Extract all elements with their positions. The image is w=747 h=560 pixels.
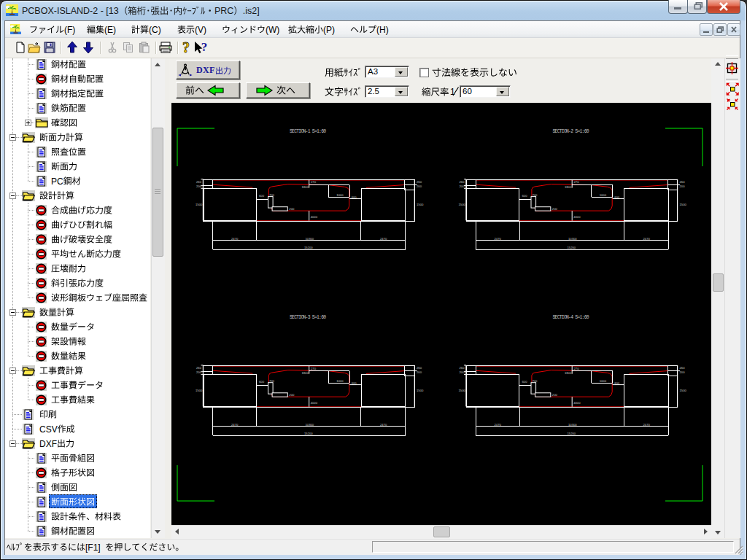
svg-text:?: ? bbox=[201, 40, 208, 54]
svg-text:SECTION-2 S=1:60: SECTION-2 S=1:60 bbox=[553, 129, 589, 134]
svg-text:?: ? bbox=[182, 40, 190, 54]
svg-text:SECTION-1 S=1:60: SECTION-1 S=1:60 bbox=[290, 129, 326, 134]
svg-text:SECTION-3 S=1:60: SECTION-3 S=1:60 bbox=[290, 315, 326, 320]
svg-text:SECTION-4 S=1:60: SECTION-4 S=1:60 bbox=[553, 315, 589, 320]
